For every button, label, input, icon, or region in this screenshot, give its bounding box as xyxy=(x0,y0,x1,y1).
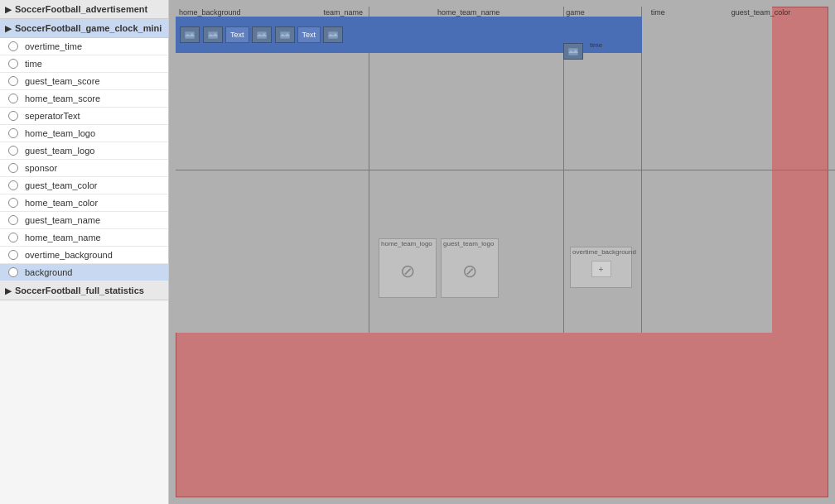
sidebar-item-guest-team-logo[interactable]: guest_team_logo xyxy=(0,142,168,160)
arrow-icon-advertisement: ▶ xyxy=(5,5,12,14)
col-header-home-background: home_background xyxy=(179,8,241,17)
text-element-1[interactable]: Text xyxy=(225,26,249,43)
guest-logo-label: guest_team_logo xyxy=(442,239,498,248)
text-label-1: Text xyxy=(230,31,244,39)
guest-team-logo-box[interactable]: guest_team_logo ⊘ xyxy=(441,238,499,298)
text-label-2: Text xyxy=(302,31,316,39)
sidebar-item-home-team-score[interactable]: home_team_score xyxy=(0,90,168,108)
col-header-game: game xyxy=(566,8,585,17)
checkbox-overtime-bg[interactable] xyxy=(8,250,18,260)
element-thumb4[interactable] xyxy=(275,26,295,43)
sidebar-item-overtime-bg-label: overtime_background xyxy=(25,250,113,260)
arrow-icon-full-stats: ▶ xyxy=(5,286,12,295)
main-canvas: home_background team_name home_team_name… xyxy=(169,0,835,504)
checkbox-home-color[interactable] xyxy=(8,198,18,208)
sidebar-group-game-clock-mini[interactable]: ▶ SoccerFootball_game_clock_mini xyxy=(0,19,168,38)
image-icon-3 xyxy=(256,31,268,40)
sidebar-item-home-score-label: home_team_score xyxy=(25,94,100,103)
overtime-background-box[interactable]: overtime_background + xyxy=(570,247,632,288)
sidebar-item-home-color-label: home_team_color xyxy=(25,198,98,208)
time-label-canvas: time xyxy=(590,41,602,49)
sidebar-item-guest-score-label: guest_team_score xyxy=(25,76,100,86)
checkbox-home-logo[interactable] xyxy=(8,128,18,138)
grid-line-h1 xyxy=(176,170,835,170)
col-header-time: time xyxy=(651,8,665,17)
col-header-guest-color: guest_team_color xyxy=(731,8,791,17)
sidebar-item-home-team-logo[interactable]: home_team_logo xyxy=(0,125,168,142)
time-element[interactable] xyxy=(563,43,583,60)
home-logo-label: home_team_logo xyxy=(379,239,436,248)
sidebar-item-separator-text[interactable]: seperatorText xyxy=(0,108,168,125)
sidebar-item-sponsor[interactable]: sponsor xyxy=(0,160,168,177)
thumb-4[interactable] xyxy=(275,26,295,43)
overtime-inner-box: + xyxy=(591,261,611,277)
sidebar-item-home-team-color[interactable]: home_team_color xyxy=(0,194,168,212)
checkbox-guest-name[interactable] xyxy=(8,215,18,225)
overtime-bg-label: overtime_background xyxy=(571,247,631,257)
sidebar-item-overtime-time[interactable]: overtime_time xyxy=(0,38,168,55)
sidebar-item-separator-label: seperatorText xyxy=(25,111,80,121)
thumb-home-bg[interactable] xyxy=(180,26,200,43)
image-icon-5 xyxy=(327,31,339,40)
sidebar-item-home-name-label: home_team_name xyxy=(25,233,101,242)
col-header-home-team-name: home_team_name xyxy=(437,8,500,17)
text-element-2[interactable]: Text xyxy=(297,26,321,43)
sidebar-group-full-statistics[interactable]: ▶ SoccerFootball_full_statistics xyxy=(0,281,168,300)
image-icon-4 xyxy=(279,31,291,40)
thumb-2[interactable] xyxy=(203,26,223,43)
sidebar-item-home-team-name[interactable]: home_team_name xyxy=(0,229,168,247)
element-thumb5[interactable] xyxy=(323,26,343,43)
element-thumb3[interactable] xyxy=(252,26,272,43)
sidebar-item-guest-team-color[interactable]: guest_team_color xyxy=(0,177,168,194)
sidebar-item-overtime-time-label: overtime_time xyxy=(25,41,82,51)
checkbox-guest-color[interactable] xyxy=(8,180,18,190)
thumb-3[interactable] xyxy=(252,26,272,43)
home-team-logo-box[interactable]: home_team_logo ⊘ xyxy=(379,238,437,298)
sidebar-item-guest-team-score[interactable]: guest_team_score xyxy=(0,73,168,90)
checkbox-separator[interactable] xyxy=(8,111,18,121)
checkbox-time[interactable] xyxy=(8,59,18,69)
sidebar-item-guest-logo-label: guest_team_logo xyxy=(25,146,94,156)
sidebar-item-guest-color-label: guest_team_color xyxy=(25,180,97,190)
element-home-background[interactable] xyxy=(180,26,200,43)
sidebar-group-game-clock-label: SoccerFootball_game_clock_mini xyxy=(15,23,162,33)
col-header-team-name: team_name xyxy=(324,8,364,17)
image-icon-1 xyxy=(184,31,195,40)
sidebar: ▶ SoccerFootball_advertisement ▶ SoccerF… xyxy=(0,0,169,504)
thumb-5[interactable] xyxy=(323,26,343,43)
guest-logo-no-image-icon: ⊘ xyxy=(442,248,498,294)
sidebar-group-advertisement-label: SoccerFootball_advertisement xyxy=(15,4,147,14)
sidebar-item-time-label: time xyxy=(25,59,42,69)
sidebar-group-full-stats-label: SoccerFootball_full_statistics xyxy=(15,286,144,295)
sidebar-item-time[interactable]: time xyxy=(0,55,168,73)
sidebar-item-background-label: background xyxy=(25,267,73,277)
checkbox-guest-score[interactable] xyxy=(8,76,18,86)
element-thumb2[interactable] xyxy=(203,26,223,43)
sidebar-item-overtime-background[interactable]: overtime_background xyxy=(0,247,168,264)
sidebar-item-background[interactable]: background xyxy=(0,264,168,281)
checkbox-home-name[interactable] xyxy=(8,233,18,242)
sidebar-item-guest-name-label: guest_team_name xyxy=(25,215,100,225)
canvas-area[interactable]: home_background team_name home_team_name… xyxy=(169,0,835,504)
checkbox-overtime-time[interactable] xyxy=(8,41,18,51)
arrow-icon-game-clock: ▶ xyxy=(5,24,12,33)
sidebar-item-home-logo-label: home_team_logo xyxy=(25,128,95,138)
sidebar-item-guest-team-name[interactable]: guest_team_name xyxy=(0,212,168,229)
checkbox-background[interactable] xyxy=(8,267,18,277)
home-logo-no-image-icon: ⊘ xyxy=(379,248,436,294)
column-headers: home_background team_name home_team_name… xyxy=(179,8,790,17)
sidebar-item-sponsor-label: sponsor xyxy=(25,163,57,173)
checkbox-guest-logo[interactable] xyxy=(8,146,18,156)
image-icon-time xyxy=(567,47,579,56)
sidebar-group-advertisement[interactable]: ▶ SoccerFootball_advertisement xyxy=(0,0,168,19)
image-icon-2 xyxy=(207,31,219,40)
checkbox-home-score[interactable] xyxy=(8,94,18,103)
checkbox-sponsor[interactable] xyxy=(8,163,18,173)
